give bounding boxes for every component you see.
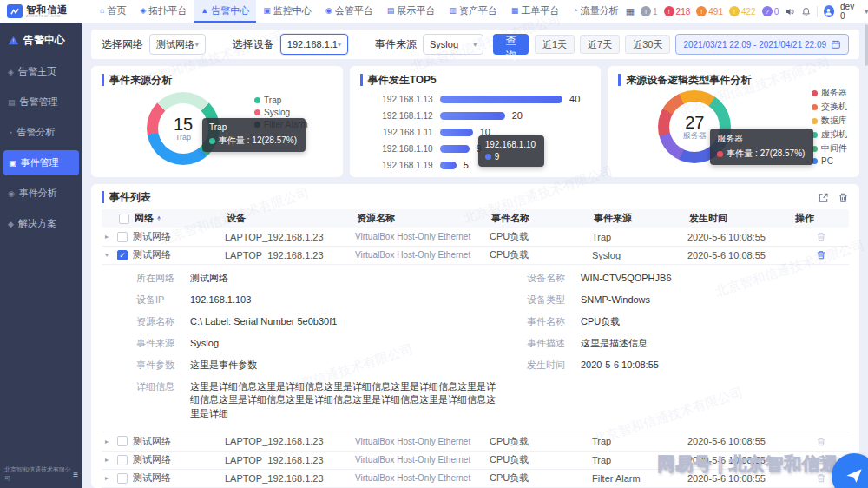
delete-row-icon[interactable] <box>816 436 826 447</box>
tab-monitor-center[interactable]: ▣监控中心 <box>256 0 319 23</box>
export-icon[interactable] <box>818 192 829 203</box>
tab-display-platform[interactable]: ▤展示平台 <box>380 0 443 23</box>
legend-item-switch[interactable]: 交换机 <box>812 101 847 113</box>
sidebar-item-label: 告警管理 <box>20 96 58 109</box>
cell-time: 2020-5-6 10:08:55 <box>687 250 793 260</box>
delete-all-icon[interactable] <box>838 192 849 203</box>
expand-icon[interactable]: ▸ <box>105 233 112 241</box>
user-avatar[interactable] <box>824 5 834 17</box>
sidebar: 告警中心 ◈告警主页 ▤告警管理 ◔告警分析 ▣事件管理 ◉事件分析 ◆解决方案… <box>0 23 82 488</box>
cell-device: LAPTOP_192.168.1.23 <box>225 455 355 465</box>
sidebar-item-event-analysis[interactable]: ◉事件分析 <box>0 181 82 206</box>
card-title: 来源设备逻辑类型事件分析 <box>618 74 849 86</box>
top5-bar-chart[interactable]: 192.168.1.1340 192.168.1.1220 192.168.1.… <box>365 94 581 170</box>
sort-icon[interactable]: ▲▼ <box>156 216 161 221</box>
app-logo[interactable]: 智和信通 ZHIHETECH.COM <box>0 4 82 18</box>
legend-item-pc[interactable]: PC <box>812 156 847 166</box>
badge-minor[interactable]: !422 <box>729 6 756 16</box>
row-checkbox[interactable]: ✓ <box>117 250 128 260</box>
detail-label: 设备IP <box>136 293 190 307</box>
tab-home[interactable]: ⌂首页 <box>93 0 133 23</box>
user-name[interactable]: dev 0 <box>840 2 858 21</box>
alarm-manage-icon: ▤ <box>8 98 16 107</box>
select-all-checkbox[interactable] <box>119 214 129 224</box>
card-title: 事件来源分析 <box>102 74 332 86</box>
tab-ticket-platform[interactable]: ▦工单平台 <box>504 0 567 23</box>
chevron-down-icon: ▾ <box>473 41 477 49</box>
table-row[interactable]: ▸ 测试网络 LAPTOP_192.168.1.23 VirtualBox Ho… <box>102 432 849 451</box>
detail-label: 设备类型 <box>527 293 581 307</box>
bar[interactable] <box>440 112 505 120</box>
row-checkbox[interactable] <box>117 436 128 446</box>
apps-grid-icon[interactable]: ▦ <box>626 6 635 17</box>
row-checkbox[interactable] <box>117 473 128 484</box>
device-select[interactable]: 192.168.1.1▾ <box>280 34 348 55</box>
tab-label: 会管平台 <box>335 4 373 17</box>
sidebar-item-alarm-manage[interactable]: ▤告警管理 <box>0 89 82 115</box>
topology-icon: ◈ <box>140 6 146 15</box>
legend-item-middleware[interactable]: 中间件 <box>812 142 847 155</box>
bar[interactable] <box>440 129 473 136</box>
device-filter-label: 选择设备 <box>233 37 274 52</box>
table-row[interactable]: ▾✓ 测试网络 LAPTOP_192.168.1.23 VirtualBox H… <box>102 247 849 265</box>
last-1-day-button[interactable]: 近1天 <box>535 35 575 54</box>
chart-tooltip: 服务器 事件量 : 27(28.57%) <box>710 129 813 165</box>
tab-topology[interactable]: ◈拓扑平台 <box>133 0 194 23</box>
badge-info[interactable]: i1 <box>641 6 658 16</box>
bar[interactable] <box>440 162 457 169</box>
tab-label: 展示平台 <box>397 4 435 17</box>
expand-icon[interactable]: ▸ <box>105 438 112 445</box>
tab-meeting-platform[interactable]: ◉会管平台 <box>319 0 380 23</box>
bar-row: 192.168.1.109 <box>365 143 581 154</box>
daterange-picker[interactable]: 2021/03/21 22:09 - 2021/04/21 22:09 <box>675 34 849 55</box>
source-select[interactable]: Syslog▾ <box>423 34 483 55</box>
bell-icon[interactable] <box>801 6 811 17</box>
last-7-days-button[interactable]: 近7天 <box>580 35 620 54</box>
scrollbar-thumb[interactable] <box>865 24 868 66</box>
row-checkbox[interactable] <box>117 455 128 465</box>
sidebar-item-alarm-analysis[interactable]: ◔告警分析 <box>0 120 82 145</box>
top-navbar: 智和信通 ZHIHETECH.COM ⌂首页 ◈拓扑平台 ▲告警中心 ▣监控中心… <box>0 0 868 23</box>
delete-row-icon[interactable] <box>816 231 826 242</box>
sidebar-item-event-manage[interactable]: ▣事件管理 <box>3 150 79 175</box>
legend-item-database[interactable]: 数据库 <box>812 115 847 127</box>
sidebar-item-label: 事件分析 <box>19 187 57 200</box>
sidebar-item-solution[interactable]: ◆解决方案 <box>0 211 82 236</box>
detail-label: 事件参数 <box>136 359 190 372</box>
sidebar-item-label: 告警主页 <box>18 65 56 78</box>
tab-label: 资产平台 <box>459 4 497 17</box>
detail-value: 这里是描述信息 <box>581 337 648 351</box>
expand-icon[interactable]: ▸ <box>105 456 112 464</box>
detail-label: 详细信息 <box>136 380 190 393</box>
last-30-days-button[interactable]: 近30天 <box>625 35 670 54</box>
display-icon: ▤ <box>387 6 395 15</box>
expand-icon[interactable]: ▸ <box>105 474 112 482</box>
legend-item-vm[interactable]: 虚拟机 <box>812 129 847 141</box>
sidebar-item-label: 解决方案 <box>18 217 56 230</box>
speaker-icon[interactable] <box>785 6 794 17</box>
tab-asset-platform[interactable]: ▥资产平台 <box>442 0 504 23</box>
row-checkbox[interactable] <box>117 232 128 242</box>
bar[interactable] <box>440 145 470 153</box>
legend-item-syslog[interactable]: Syslog <box>254 108 308 117</box>
legend-item-server[interactable]: 服务器 <box>812 87 847 99</box>
badge-major[interactable]: !491 <box>696 6 723 16</box>
tab-alarm-center[interactable]: ▲告警中心 <box>194 0 256 23</box>
detail-value: WIN-CTV5QOPHJB6 <box>581 272 672 286</box>
query-button[interactable]: 查询 <box>493 34 529 55</box>
badge-count: 491 <box>708 7 723 16</box>
legend-label: 交换机 <box>821 101 847 113</box>
chevron-down-icon[interactable]: ▾ <box>865 8 868 16</box>
network-select[interactable]: 测试网络▾ <box>149 34 206 55</box>
badge-critical[interactable]: !218 <box>664 6 691 16</box>
collapse-icon[interactable]: ▾ <box>105 251 112 259</box>
sidebar-item-alarm-home[interactable]: ◈告警主页 <box>0 59 82 84</box>
table-row[interactable]: ▸ 测试网络 LAPTOP_192.168.1.23 VirtualBox Ho… <box>102 228 849 246</box>
delete-row-icon[interactable] <box>816 249 826 260</box>
tab-label: 拓扑平台 <box>148 4 187 17</box>
bar[interactable] <box>440 96 562 103</box>
collapse-menu-icon[interactable]: ≡ <box>73 470 78 479</box>
badge-unknown[interactable]: ?0 <box>762 6 779 16</box>
legend-item-trap[interactable]: Trap <box>254 96 308 105</box>
tab-traffic-analysis[interactable]: ◔流量分析 <box>566 0 625 23</box>
